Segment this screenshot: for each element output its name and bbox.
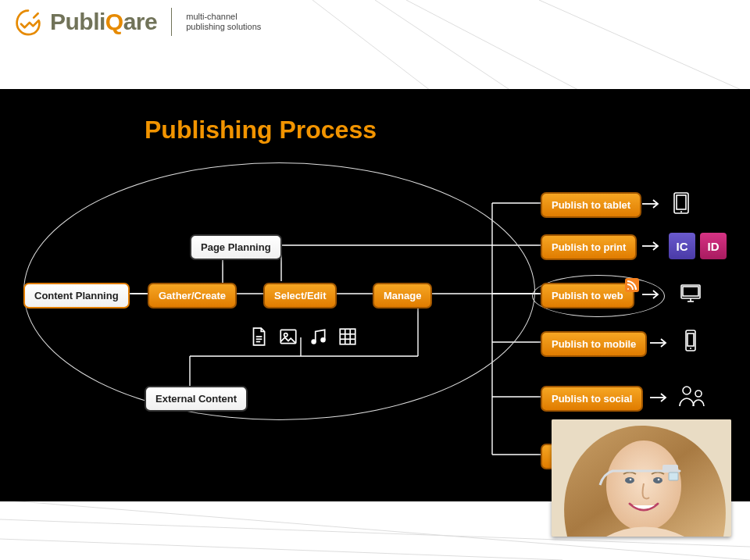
arrow-icon (642, 288, 662, 301)
node-publish-print: Publish to print (541, 234, 637, 260)
svg-point-20 (312, 340, 316, 344)
logo-divider (171, 8, 172, 36)
music-icon (308, 326, 328, 347)
node-publish-web-label: Publish to web (552, 290, 623, 301)
svg-point-53 (653, 477, 662, 483)
print-icons: IC ID (669, 233, 727, 259)
svg-rect-56 (662, 465, 678, 473)
asset-icons-row (248, 326, 358, 347)
logo-tagline: multi-channel publishing solutions (186, 12, 261, 32)
image-icon (278, 326, 298, 347)
logo-mark-icon (14, 8, 42, 36)
svg-rect-41 (688, 334, 694, 346)
people-icon (677, 383, 708, 411)
svg-point-54 (630, 479, 632, 481)
svg-rect-34 (677, 195, 686, 209)
document-icon (248, 326, 269, 347)
svg-point-44 (695, 391, 702, 397)
svg-point-43 (683, 387, 691, 394)
process-diagram: Content Planning Page Planning Gather/Cr… (0, 47, 750, 501)
svg-rect-37 (683, 287, 698, 296)
svg-point-55 (658, 479, 660, 481)
rss-icon (625, 278, 639, 292)
svg-rect-22 (340, 329, 355, 344)
node-select-edit: Select/Edit (263, 283, 337, 309)
node-publish-mobile: Publish to mobile (541, 331, 647, 357)
node-publish-tablet: Publish to tablet (541, 192, 641, 218)
adobe-incopy-icon: IC (669, 233, 695, 259)
grid-icon (338, 326, 358, 347)
svg-point-19 (284, 334, 288, 337)
arrow-icon (642, 240, 662, 252)
brand-logo: PubliQare multi-channel publishing solut… (14, 8, 261, 36)
mobile-icon (678, 328, 703, 353)
node-publish-social: Publish to social (541, 386, 643, 412)
monitor-icon (678, 281, 703, 306)
node-manage: Manage (373, 283, 432, 309)
svg-rect-57 (669, 473, 678, 480)
svg-point-52 (625, 477, 634, 483)
logo-wordmark: PubliQare (50, 9, 157, 35)
node-content-planning: Content Planning (23, 283, 130, 309)
svg-point-35 (680, 211, 682, 212)
arrow-icon (650, 337, 670, 349)
photo-person-smartglasses (552, 419, 731, 537)
svg-point-42 (690, 348, 691, 349)
svg-point-21 (321, 338, 325, 342)
arrow-icon (650, 391, 670, 404)
arrow-icon (642, 198, 662, 210)
node-external-content: External Content (145, 386, 248, 412)
node-page-planning: Page Planning (190, 234, 282, 260)
tablet-icon (669, 191, 694, 216)
adobe-indesign-icon: ID (700, 233, 727, 259)
node-publish-web: Publish to web (541, 283, 634, 309)
node-gather-create: Gather/Create (148, 283, 237, 309)
